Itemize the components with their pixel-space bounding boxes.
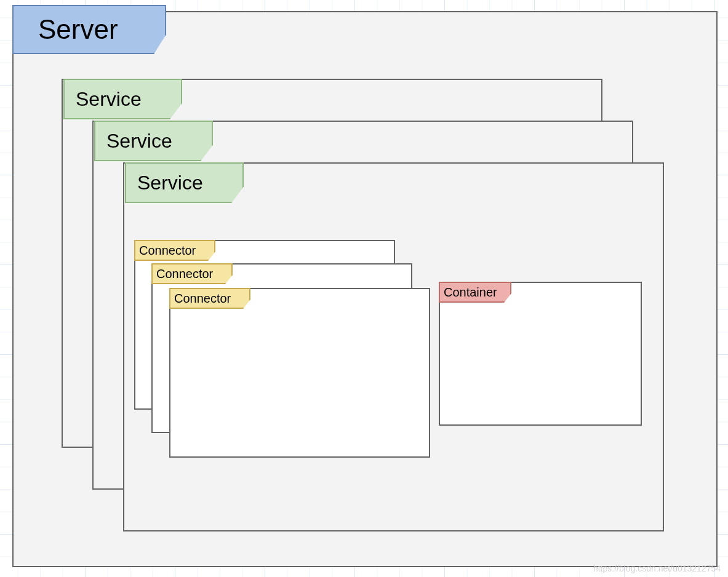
service-tag-1: Service: [63, 79, 182, 119]
server-label: Server: [38, 14, 118, 45]
service-label-1: Service: [76, 88, 142, 111]
container-box: [439, 282, 642, 426]
service-label-2: Service: [106, 130, 172, 153]
diagram-canvas: Server Service Service Service Connector…: [0, 0, 728, 577]
service-tag-3: Service: [125, 162, 244, 203]
connector-label-1: Connector: [139, 244, 196, 258]
connector-tag-2: Connector: [151, 263, 233, 284]
server-tag: Server: [12, 5, 166, 54]
connector-tag-3: Connector: [169, 288, 250, 309]
connector-box-3: [169, 288, 430, 458]
connector-label-2: Connector: [156, 267, 213, 281]
service-label-3: Service: [137, 172, 203, 194]
container-tag: Container: [439, 282, 511, 303]
connector-tag-1: Connector: [134, 240, 215, 261]
container-label: Container: [444, 285, 497, 300]
connector-label-3: Connector: [174, 292, 231, 306]
service-tag-2: Service: [94, 121, 213, 161]
